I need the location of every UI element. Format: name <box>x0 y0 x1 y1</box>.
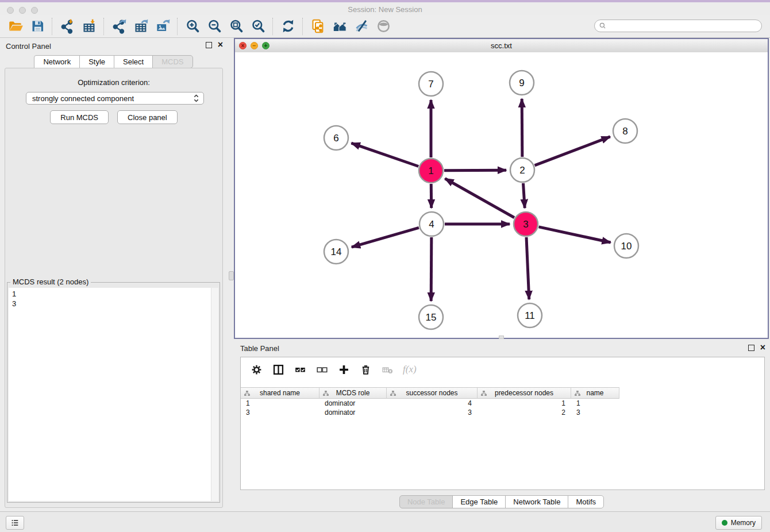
tab-mcds[interactable]: MCDS <box>152 55 192 68</box>
float-table-panel-icon[interactable] <box>748 345 754 351</box>
gear-icon <box>251 364 263 376</box>
graph-edge-1-6[interactable] <box>351 143 418 166</box>
import-table-icon <box>82 18 97 34</box>
graph-node-3[interactable]: 3 <box>514 212 538 236</box>
clone-network-button[interactable] <box>307 17 329 36</box>
column-header-successor-nodes[interactable]: successor nodes <box>387 387 478 399</box>
columns-button[interactable] <box>270 361 287 378</box>
table-cell[interactable]: dominator <box>319 408 387 417</box>
float-panel-icon[interactable] <box>206 42 212 48</box>
graph-edge-4-14[interactable] <box>352 228 419 247</box>
graph-edge-2-3[interactable] <box>523 183 525 208</box>
table-cell[interactable]: 3 <box>387 408 478 417</box>
import-network-icon <box>60 18 75 34</box>
save-button[interactable] <box>26 17 48 36</box>
graph-node-6[interactable]: 6 <box>324 126 348 150</box>
import-network-button[interactable] <box>56 17 78 36</box>
graph-edge-2-8[interactable] <box>535 137 610 165</box>
deselect-all-button[interactable] <box>313 361 330 378</box>
export-table-button[interactable] <box>130 17 152 36</box>
mcds-result-list[interactable]: 1 3 <box>9 288 218 501</box>
panel-splitter[interactable] <box>228 38 234 511</box>
network-canvas[interactable]: 7968124314101511 <box>235 52 768 338</box>
tab-network[interactable]: Network <box>34 55 80 68</box>
search-input[interactable] <box>609 21 761 31</box>
table-panel-title: Table Panel <box>240 344 279 353</box>
splitter-grip[interactable] <box>229 271 234 280</box>
close-table-panel-icon[interactable]: × <box>760 344 765 351</box>
graph-node-10[interactable]: 10 <box>614 234 638 258</box>
graph-edge-2-9[interactable] <box>522 99 522 157</box>
tab-network-table[interactable]: Network Table <box>505 495 568 508</box>
zoom-selected-button[interactable] <box>247 17 269 36</box>
zoom-selected-icon <box>251 18 266 34</box>
table-row[interactable]: 3dominator323 <box>241 408 764 417</box>
table-cell[interactable]: 3 <box>571 408 619 417</box>
graph-node-15[interactable]: 15 <box>419 305 443 329</box>
export-network-button[interactable] <box>108 17 130 36</box>
table-row[interactable]: 1dominator411 <box>241 399 764 408</box>
close-panel-button[interactable]: Close panel <box>117 110 178 124</box>
column-header-predecessor-nodes[interactable]: predecessor nodes <box>478 387 571 399</box>
optimization-criterion-dropdown[interactable]: strongly connected component <box>26 92 204 105</box>
tab-motifs[interactable]: Motifs <box>568 495 604 508</box>
function-builder-button[interactable]: f(x) <box>401 361 419 378</box>
graph-edge-3-11[interactable] <box>526 237 529 299</box>
graph-node-1[interactable]: 1 <box>419 159 443 183</box>
table-cell[interactable]: 1 <box>478 399 571 408</box>
zoom-fit-button[interactable] <box>225 17 247 36</box>
zoom-in-button[interactable] <box>182 17 203 36</box>
task-history-button[interactable] <box>6 516 24 530</box>
export-image-button[interactable] <box>152 17 174 36</box>
run-mcds-button[interactable]: Run MCDS <box>50 110 109 124</box>
table-cell[interactable]: 1 <box>571 399 619 408</box>
column-header-name[interactable]: name <box>571 387 619 399</box>
network-window-titlebar[interactable]: × − + scc.txt <box>235 39 768 53</box>
graph-edge-3-10[interactable] <box>538 227 610 242</box>
toolbar-separator <box>177 18 178 35</box>
graph-edge-3-1[interactable] <box>445 179 514 218</box>
add-icon <box>338 364 350 376</box>
delete-column-button[interactable] <box>379 361 396 378</box>
graph-node-7[interactable]: 7 <box>419 72 443 96</box>
tab-select[interactable]: Select <box>114 55 153 68</box>
result-scrollbar[interactable] <box>211 288 218 501</box>
table-cell[interactable]: 4 <box>387 399 478 408</box>
table-panel: Table Panel × f(x) shared name MCDS role… <box>234 339 770 511</box>
graph-node-8[interactable]: 8 <box>613 119 637 143</box>
graph-node-9[interactable]: 9 <box>510 71 534 95</box>
select-all-button[interactable] <box>291 361 309 378</box>
column-header-MCDS-role[interactable]: MCDS role <box>319 387 387 399</box>
tab-edge-table[interactable]: Edge Table <box>452 495 506 508</box>
graph-node-4[interactable]: 4 <box>419 212 444 236</box>
status-bar: Memory <box>0 511 770 532</box>
search-icon <box>599 22 607 30</box>
tab-style[interactable]: Style <box>79 55 114 68</box>
search-field[interactable] <box>594 20 762 32</box>
show-all-button[interactable] <box>372 17 394 36</box>
import-table-button[interactable] <box>78 17 100 36</box>
table-cell[interactable]: dominator <box>319 399 387 408</box>
column-header-shared-name[interactable]: shared name <box>241 387 319 399</box>
refresh-button[interactable] <box>277 17 299 36</box>
close-panel-icon[interactable]: × <box>218 41 223 48</box>
zoom-out-button[interactable] <box>203 17 225 36</box>
table-cell[interactable]: 1 <box>241 399 319 408</box>
graph-edge-4-15[interactable] <box>431 237 432 301</box>
graph-node-11[interactable]: 11 <box>518 303 542 327</box>
hide-selected-button[interactable] <box>351 17 372 36</box>
add-button[interactable] <box>335 361 352 378</box>
open-file-button[interactable] <box>5 17 26 36</box>
table-cell[interactable]: 3 <box>241 408 319 417</box>
svg-text:3: 3 <box>523 219 528 230</box>
graph-edge-1-2[interactable] <box>444 170 506 171</box>
gear-button[interactable] <box>248 361 265 378</box>
first-neighbors-button[interactable] <box>329 17 351 36</box>
table-cell[interactable]: 2 <box>478 408 571 417</box>
delete-button[interactable] <box>357 361 374 378</box>
tab-node-table[interactable]: Node Table <box>399 495 453 508</box>
graph-node-2[interactable]: 2 <box>510 158 534 182</box>
memory-button[interactable]: Memory <box>715 516 762 530</box>
graph-node-14[interactable]: 14 <box>324 240 348 264</box>
mcds-result-values: 1 3 <box>9 288 218 310</box>
